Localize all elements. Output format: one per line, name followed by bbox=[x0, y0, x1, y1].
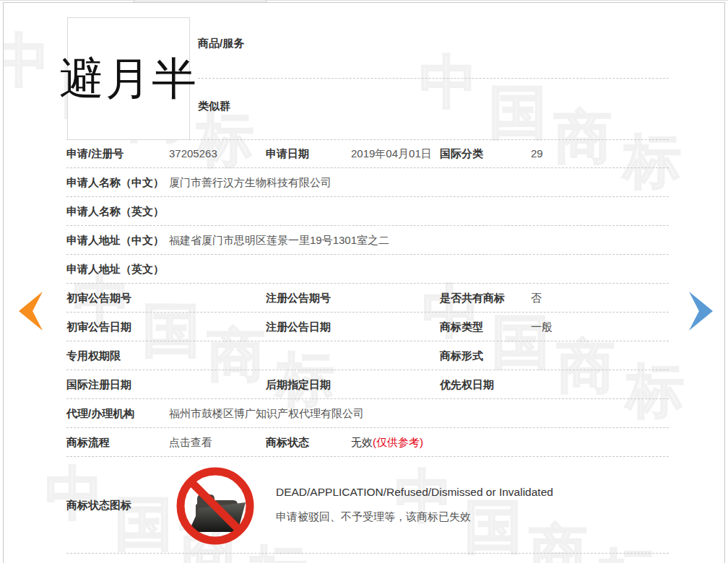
status-text: 无效 bbox=[351, 436, 373, 448]
field-label-reg-gazette-date: 注册公告日期 bbox=[266, 313, 331, 341]
field-value-reg-no: 37205263 bbox=[169, 139, 217, 168]
field-label-agency: 代理/办理机构 bbox=[66, 399, 134, 428]
field-value-agency: 福州市鼓楼区博广知识产权代理有限公司 bbox=[169, 399, 364, 428]
field-label-applicant-en: 申请人名称（英文） bbox=[66, 197, 164, 226]
field-value-mark-type: 一般 bbox=[531, 313, 552, 341]
status-code-text: DEAD/APPLICATION/Refused/Dismissed or In… bbox=[276, 486, 553, 499]
field-label-priority-date: 优先权日期 bbox=[440, 370, 494, 399]
field-label-intl-reg-date: 国际注册日期 bbox=[66, 370, 131, 399]
status-note: (仅供参考) bbox=[373, 436, 423, 448]
field-label-mark-process: 商标流程 bbox=[66, 428, 110, 457]
top-divider bbox=[0, 0, 728, 1]
field-label-status-icon: 商标状态图标 bbox=[66, 457, 131, 554]
field-label-first-gazette-date: 初审公告日期 bbox=[66, 313, 131, 341]
field-label-mark-type: 商标类型 bbox=[440, 313, 483, 341]
field-label-exclusive-period: 专用权期限 bbox=[66, 341, 121, 370]
goods-services-label: 商品/服务 bbox=[198, 37, 415, 51]
table-row: 初审公告期号 注册公告期号 是否共有商标 否 bbox=[66, 284, 669, 313]
field-label-shared-mark: 是否共有商标 bbox=[440, 284, 505, 313]
table-row: 申请人地址（中文） 福建省厦门市思明区莲景一里19号1301室之二 bbox=[66, 226, 669, 255]
prohibited-folder-icon bbox=[176, 466, 255, 546]
field-value-shared-mark: 否 bbox=[531, 284, 542, 313]
field-label-mark-status: 商标状态 bbox=[266, 428, 309, 457]
table-row: 代理/办理机构 福州市鼓楼区博广知识产权代理有限公司 bbox=[66, 399, 669, 428]
field-value-address-cn: 福建省厦门市思明区莲景一里19号1301室之二 bbox=[169, 226, 389, 255]
field-value-applicant-cn: 厦门市善行汉方生物科技有限公司 bbox=[169, 168, 332, 197]
trademark-image: 避月半 bbox=[67, 17, 190, 140]
table-row: 申请/注册号 37205263 申请日期 2019年04月01日 国际分类 29 bbox=[66, 139, 669, 168]
field-value-apply-date: 2019年04月01日 bbox=[351, 139, 432, 168]
field-value-intl-class: 29 bbox=[531, 139, 543, 168]
status-description-text: 申请被驳回、不予受理等，该商标已失效 bbox=[276, 510, 471, 524]
trademark-detail-panel: 中国商标 中国商标 中国商标 中国商标 中国商标 中国商标 避月半 商品/服务 … bbox=[3, 2, 725, 563]
field-label-first-gazette-no: 初审公告期号 bbox=[66, 284, 131, 313]
trademark-text: 避月半 bbox=[59, 48, 198, 109]
table-row: 申请人地址（英文） bbox=[66, 255, 669, 284]
table-row: 申请人名称（中文） 厦门市善行汉方生物科技有限公司 bbox=[66, 168, 669, 197]
field-label-later-designation-date: 后期指定日期 bbox=[266, 370, 331, 399]
table-row: 申请人名称（英文） bbox=[66, 197, 669, 226]
similar-group-label: 类似群 bbox=[198, 100, 415, 114]
table-row: 专用权期限 商标形式 bbox=[66, 341, 669, 370]
field-label-mark-form: 商标形式 bbox=[440, 341, 483, 370]
field-label-applicant-cn: 申请人名称（中文） bbox=[66, 168, 164, 197]
field-label-reg-no: 申请/注册号 bbox=[66, 139, 124, 168]
status-icon-row: 商标状态图标 DEAD/APPLICATION/Refused/Dismisse… bbox=[66, 457, 669, 554]
field-label-address-cn: 申请人地址（中文） bbox=[66, 226, 164, 255]
divider bbox=[198, 78, 669, 79]
field-value-mark-status: 无效(仅供参考) bbox=[351, 428, 423, 457]
field-label-address-en: 申请人地址（英文） bbox=[66, 255, 164, 284]
table-row: 商标流程 点击查看 商标状态 无效(仅供参考) bbox=[66, 428, 669, 457]
table-row: 初审公告日期 注册公告日期 商标类型 一般 bbox=[66, 313, 669, 341]
table-row: 国际注册日期 后期指定日期 优先权日期 bbox=[66, 370, 669, 399]
next-arrow-button[interactable] bbox=[689, 292, 713, 331]
field-label-intl-class: 国际分类 bbox=[440, 139, 483, 168]
field-label-reg-gazette-no: 注册公告期号 bbox=[266, 284, 331, 313]
field-label-apply-date: 申请日期 bbox=[266, 139, 309, 168]
view-process-link[interactable]: 点击查看 bbox=[169, 428, 212, 457]
prev-arrow-button[interactable] bbox=[19, 292, 43, 331]
